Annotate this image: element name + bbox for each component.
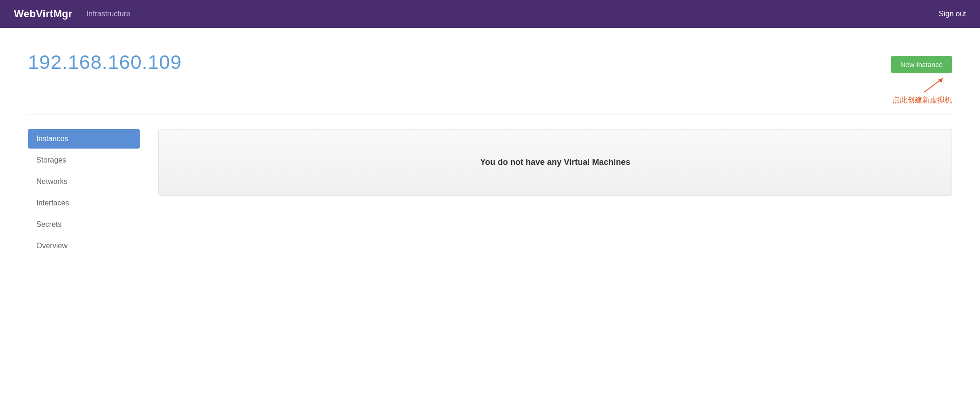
empty-state-message: You do not have any Virtual Machines [480, 157, 630, 167]
divider [28, 115, 952, 115]
ip-header-row: 192.168.160.109 New Instance 点此创建新虚拟机 [28, 51, 952, 105]
arrow-icon [915, 76, 952, 95]
main-content: 192.168.160.109 New Instance 点此创建新虚拟机 In… [0, 28, 980, 276]
empty-state-box: You do not have any Virtual Machines [158, 129, 952, 196]
sidebar-item-interfaces[interactable]: Interfaces [28, 193, 140, 213]
content-row: Instances Storages Networks Interfaces S… [28, 129, 952, 258]
sidebar-item-storages[interactable]: Storages [28, 150, 140, 170]
svg-marker-1 [938, 78, 943, 83]
infrastructure-link[interactable]: Infrastructure [87, 10, 130, 18]
sidebar-item-secrets[interactable]: Secrets [28, 215, 140, 234]
sidebar-item-networks[interactable]: Networks [28, 172, 140, 191]
new-instance-area: New Instance 点此创建新虚拟机 [891, 51, 952, 105]
sidebar: Instances Storages Networks Interfaces S… [28, 129, 140, 258]
right-panel: You do not have any Virtual Machines [158, 129, 952, 196]
navbar-left: WebVirtMgr Infrastructure [14, 8, 130, 20]
sidebar-item-instances[interactable]: Instances [28, 129, 140, 149]
app-brand: WebVirtMgr [14, 8, 73, 20]
ip-address: 192.168.160.109 [28, 51, 182, 74]
annotation-text: 点此创建新虚拟机 [892, 95, 952, 105]
navbar: WebVirtMgr Infrastructure Sign out [0, 0, 980, 28]
arrow-annotation: 点此创建新虚拟机 [892, 76, 952, 105]
sidebar-item-overview[interactable]: Overview [28, 236, 140, 256]
signout-link[interactable]: Sign out [939, 10, 966, 18]
new-instance-button[interactable]: New Instance [891, 56, 952, 73]
